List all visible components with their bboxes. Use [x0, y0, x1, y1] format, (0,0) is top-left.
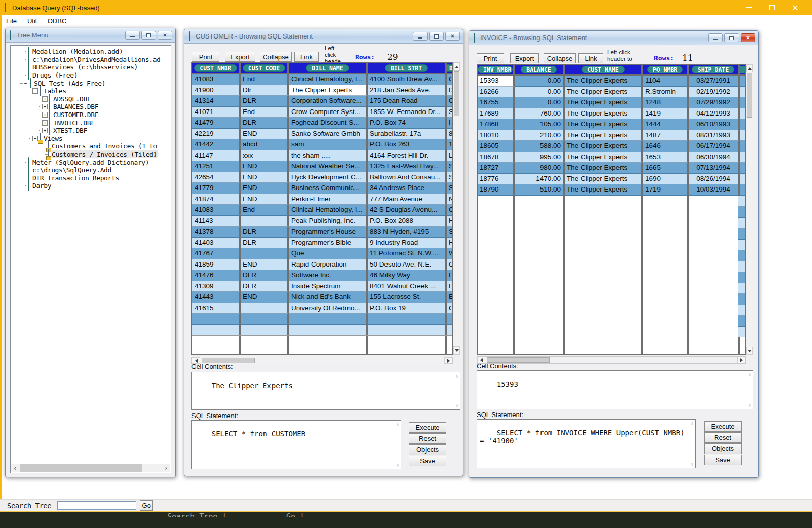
table-cell[interactable]: H: [447, 238, 453, 249]
table-cell[interactable]: 18605: [478, 141, 515, 152]
scroll-left-arrow[interactable]: ‹: [11, 464, 19, 472]
invoice-vertical-scrollbar[interactable]: [746, 64, 753, 355]
table-cell[interactable]: 10/03/1994: [689, 184, 740, 196]
table-cell[interactable]: 02/19/1992: [689, 87, 740, 98]
table-cell[interactable]: [740, 108, 746, 120]
table-cell[interactable]: END: [241, 194, 289, 205]
table-cell[interactable]: N: [447, 194, 453, 205]
table-cell[interactable]: E: [447, 292, 453, 303]
table-cell[interactable]: 18010: [478, 130, 515, 141]
invoice-grid[interactable]: INV_NMBRBALANCECUST_NAMEPO_NMBRSHIP_DATE…: [477, 64, 746, 355]
table-cell[interactable]: [241, 248, 289, 259]
table-cell[interactable]: Corporation Software...: [289, 96, 368, 107]
table-cell[interactable]: 41767: [192, 248, 241, 259]
invoice-link-button[interactable]: Link: [578, 53, 603, 63]
table-cell[interactable]: 510.00: [515, 184, 565, 196]
table-cell[interactable]: [368, 314, 447, 325]
table-cell[interactable]: 06/30/1994: [689, 152, 740, 163]
column-header[interactable]: CUST_NAME: [565, 65, 643, 74]
table-cell[interactable]: Nick and Ed's Bank: [289, 292, 368, 303]
table-cell[interactable]: 8: [447, 129, 453, 140]
table-cell[interactable]: 41251: [192, 161, 241, 172]
table-cell[interactable]: W: [447, 248, 453, 259]
go-button[interactable]: Go: [140, 500, 153, 511]
table-cell[interactable]: xxx: [241, 150, 289, 162]
tree-item[interactable]: c:\drugs\SqlQuery.Add: [11, 166, 171, 174]
table-cell[interactable]: End: [241, 205, 289, 216]
column-header[interactable]: BILL_CITY: [447, 63, 453, 73]
tree-item[interactable]: Medallion (Medalion.add): [11, 48, 171, 56]
table-cell[interactable]: 42654: [192, 172, 241, 183]
table-cell[interactable]: 4100 South Drew Av...: [368, 74, 447, 85]
table-cell[interactable]: DLR: [241, 96, 289, 107]
table-cell[interactable]: [289, 325, 368, 336]
table-cell[interactable]: Foghead Discount S...: [289, 118, 368, 129]
table-cell[interactable]: P.O. Box 2088: [368, 216, 447, 227]
table-cell[interactable]: 41378: [192, 227, 241, 238]
table-cell[interactable]: 9 Industry Road: [368, 238, 447, 249]
tree-close-button[interactable]: ✕: [158, 31, 172, 40]
tree-view[interactable]: Medallion (Medalion.add)c:\medalion\Driv…: [10, 45, 171, 473]
table-cell[interactable]: 1248: [643, 97, 689, 108]
table-cell[interactable]: [289, 314, 368, 325]
table-cell[interactable]: END: [241, 259, 289, 271]
table-cell[interactable]: 08/31/1993: [689, 130, 740, 141]
table-cell[interactable]: National Weather Se...: [289, 161, 368, 172]
invoice-save-button[interactable]: Save: [704, 455, 742, 465]
table-cell[interactable]: END: [241, 161, 289, 172]
table-cell[interactable]: DLR: [241, 238, 289, 249]
table-cell[interactable]: L: [447, 150, 453, 162]
invoice-titlebar[interactable]: INVOICE - Browsing SQL Statement ✕: [469, 31, 758, 45]
tree-item[interactable]: Darby: [11, 182, 171, 190]
table-cell[interactable]: the sham .....: [289, 150, 368, 162]
customer-reset-button[interactable]: Reset: [409, 433, 446, 444]
table-cell[interactable]: C: [447, 303, 453, 314]
table-cell[interactable]: The Clipper Experts: [289, 85, 368, 96]
tree-item[interactable]: Drugs (Free): [11, 71, 171, 80]
table-cell[interactable]: [192, 314, 241, 325]
table-cell[interactable]: Business Communic...: [289, 183, 368, 194]
tree-item[interactable]: −Tables: [11, 87, 171, 95]
scroll-down-arrow[interactable]: [453, 346, 460, 354]
invoice-reset-button[interactable]: Reset: [704, 432, 742, 443]
invoice-execute-button[interactable]: Execute: [704, 421, 742, 432]
table-cell[interactable]: 1325 East-West Hwy...: [368, 161, 447, 172]
menu-odbc[interactable]: ODBC: [43, 16, 71, 26]
scroll-thumb[interactable]: [454, 71, 459, 116]
table-cell[interactable]: [740, 163, 746, 174]
scroll-right-arrow[interactable]: [444, 357, 452, 364]
table-cell[interactable]: 980.00: [515, 163, 565, 174]
table-cell[interactable]: [447, 314, 453, 325]
invoice-close-button[interactable]: ✕: [741, 33, 755, 42]
table-cell[interactable]: C: [447, 205, 453, 216]
column-header[interactable]: BILL_STRT: [368, 63, 447, 73]
table-cell[interactable]: 41147: [192, 150, 241, 162]
tree-item[interactable]: +ADSSQL.DBF: [11, 95, 171, 103]
table-cell[interactable]: S: [447, 161, 453, 172]
invoice-sql-box[interactable]: SELECT * from INVOICE WHERE Upper(CUST_N…: [477, 419, 696, 468]
table-cell[interactable]: sam: [289, 139, 368, 150]
table-cell[interactable]: C: [447, 74, 453, 85]
table-cell[interactable]: 1470.00: [515, 174, 565, 185]
table-cell[interactable]: C: [447, 259, 453, 271]
table-cell[interactable]: H: [447, 216, 453, 227]
table-cell[interactable]: 41476: [192, 270, 241, 281]
table-cell[interactable]: Peak Publishing, Inc.: [289, 216, 368, 227]
table-cell[interactable]: 41442: [192, 139, 241, 150]
table-cell[interactable]: 16266: [478, 87, 515, 98]
table-cell[interactable]: [241, 314, 289, 325]
table-cell[interactable]: The Clipper Experts: [565, 152, 643, 163]
table-cell[interactable]: The Clipper Experts: [565, 76, 643, 87]
table-cell[interactable]: Software Inc.: [289, 270, 368, 281]
table-cell[interactable]: DLR: [241, 281, 289, 292]
customer-save-button[interactable]: Save: [409, 456, 446, 466]
table-cell[interactable]: Clinical Hematology, I...: [289, 205, 368, 216]
table-cell[interactable]: University Of Redmo...: [289, 303, 368, 314]
table-cell[interactable]: Hyck Development C...: [289, 172, 368, 183]
table-cell[interactable]: 07/13/1994: [689, 163, 740, 174]
table-cell[interactable]: 17868: [478, 119, 515, 130]
customer-export-button[interactable]: Export: [225, 52, 255, 62]
table-cell[interactable]: DLR: [241, 118, 289, 129]
table-cell[interactable]: R.Stromin: [643, 87, 689, 98]
table-cell[interactable]: P.O. Box 19: [368, 303, 447, 314]
